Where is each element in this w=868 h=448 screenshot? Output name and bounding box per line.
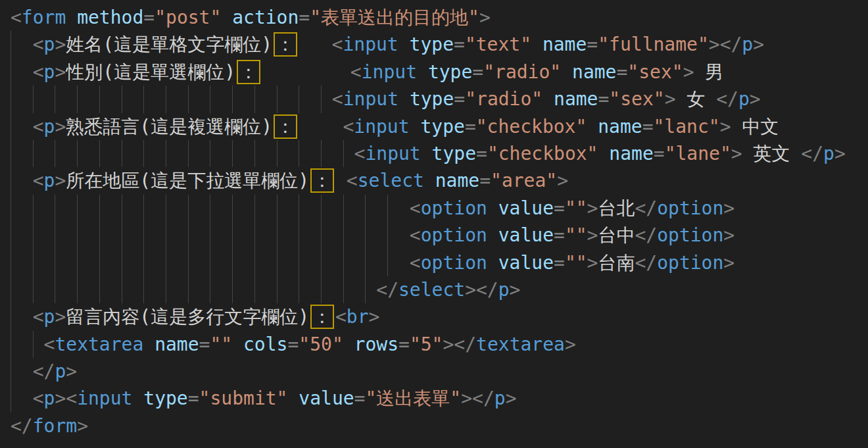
- token-attr: cols: [243, 334, 287, 355]
- token-ws: [335, 170, 347, 191]
- indent-guides: [11, 385, 33, 412]
- code-editor-area[interactable]: <form method="post" action="表單送出的目的地"><p…: [0, 0, 868, 448]
- indent-guides: [11, 167, 33, 194]
- indent-guides: [11, 59, 33, 86]
- code-line-12[interactable]: <p>留言內容(這是多行文字欄位)：<br>: [11, 303, 868, 330]
- token-str: "5": [410, 334, 443, 355]
- token-ws: [487, 252, 498, 274]
- token-punct: =: [454, 88, 465, 110]
- token-punct: <: [335, 306, 347, 328]
- token-ws: [299, 34, 332, 55]
- token-tag: p: [44, 387, 55, 409]
- token-punct: >: [587, 197, 598, 219]
- token-punct: <: [33, 170, 44, 191]
- token-tag: input: [362, 61, 417, 83]
- token-str: "radio": [483, 61, 561, 83]
- token-punct: <: [410, 197, 421, 219]
- token-punct: >: [834, 143, 846, 164]
- token-punct: =: [199, 334, 210, 355]
- token-str: "radio": [465, 88, 542, 110]
- token-punct: </: [801, 143, 823, 164]
- token-tag: option: [657, 252, 723, 274]
- token-ws: [262, 61, 350, 83]
- token-tag: p: [44, 61, 55, 83]
- token-text: 男: [694, 61, 724, 83]
- token-punct: >: [665, 88, 676, 110]
- token-punct: >: [66, 361, 77, 382]
- token-str: "": [565, 197, 587, 219]
- code-line-4[interactable]: <input type="radio" name="sex"> 女 </p>: [11, 86, 868, 112]
- token-punct: <: [343, 116, 354, 137]
- token-punct: =: [479, 170, 491, 191]
- token-str: "lanc": [653, 116, 719, 137]
- code-line-15[interactable]: <p><input type="submit" value="送出表單"></p…: [11, 385, 868, 412]
- token-punct: <: [347, 170, 358, 191]
- token-text: 台中: [598, 224, 635, 246]
- token-attr: action: [232, 7, 299, 28]
- token-punct: >: [723, 252, 735, 274]
- token-punct: >: [720, 116, 731, 137]
- code-line-6[interactable]: <input type="checkbox" name="lane"> 英文 <…: [11, 140, 868, 167]
- token-punct: >: [565, 334, 576, 355]
- token-punct: >: [557, 170, 568, 191]
- token-tag: p: [44, 170, 55, 191]
- token-text: 英文: [742, 143, 802, 164]
- token-tag: select: [358, 170, 424, 191]
- token-tag: option: [421, 197, 487, 219]
- token-ws: [417, 61, 428, 83]
- token-punct: <: [410, 252, 421, 274]
- indent-guides: [11, 113, 33, 140]
- token-punct: =: [188, 387, 199, 409]
- code-line-9[interactable]: <option value="">台中</option>: [11, 222, 868, 249]
- token-punct: =: [554, 224, 565, 246]
- token-tag: input: [343, 88, 398, 110]
- code-line-7[interactable]: <p>所在地區(這是下拉選單欄位)： <select name="area">: [11, 167, 868, 194]
- token-punct: >: [55, 34, 66, 55]
- token-attr: type: [410, 88, 454, 110]
- code-line-11[interactable]: </select></p>: [11, 276, 868, 303]
- token-str: "submit": [199, 387, 288, 409]
- token-punct: =: [587, 34, 598, 55]
- token-punct: =: [616, 61, 627, 83]
- token-str: "post": [155, 7, 221, 28]
- token-tag: p: [738, 88, 750, 110]
- code-line-8[interactable]: <option value="">台北</option>: [11, 195, 868, 222]
- token-punct: <: [332, 34, 343, 55]
- token-punct: ></: [461, 387, 494, 409]
- token-tag: p: [44, 34, 55, 55]
- token-punct: >: [587, 252, 598, 274]
- token-tag: input: [354, 116, 409, 137]
- code-line-3[interactable]: <p>性別(這是單選欄位)： <input type="radio" name=…: [11, 59, 868, 86]
- indent-guides: [11, 140, 354, 167]
- token-punct: </: [11, 415, 33, 437]
- code-line-1[interactable]: <form method="post" action="表單送出的目的地">: [11, 4, 868, 31]
- token-tag: option: [421, 252, 487, 274]
- code-line-10[interactable]: <option value="">台南</option>: [11, 249, 868, 276]
- token-ws: [299, 116, 343, 137]
- token-punct: >: [55, 306, 66, 328]
- token-attr: type: [143, 387, 187, 409]
- token-punct: >: [753, 34, 764, 55]
- token-punct: >: [510, 279, 521, 301]
- code-line-2[interactable]: <p>姓名(這是單格文字欄位)： <input type="text" name…: [11, 31, 868, 58]
- code-line-13[interactable]: <textarea name="" cols="50" rows="5"></t…: [11, 331, 868, 358]
- token-ws: [143, 334, 155, 355]
- token-attr: name: [572, 61, 616, 83]
- indent-guides: [11, 249, 410, 276]
- token-punct: =: [554, 252, 565, 274]
- code-line-5[interactable]: <p>熟悉語言(這是複選欄位)： <input type="checkbox" …: [11, 113, 868, 140]
- unicode-highlight-box: ：: [310, 305, 334, 329]
- token-attr: type: [432, 143, 476, 164]
- token-punct: </: [376, 279, 398, 301]
- code-line-14[interactable]: </p>: [11, 358, 868, 385]
- code-line-16[interactable]: </form>: [11, 412, 868, 439]
- indent-guides: [11, 303, 33, 330]
- token-attr: type: [428, 61, 472, 83]
- token-str: "50": [299, 334, 343, 355]
- token-tag: form: [22, 7, 66, 28]
- indent-guides: [11, 86, 332, 112]
- token-ws: [424, 170, 435, 191]
- token-attr: name: [554, 88, 598, 110]
- token-text: 中文: [731, 116, 779, 137]
- token-str: "checkbox": [487, 143, 598, 164]
